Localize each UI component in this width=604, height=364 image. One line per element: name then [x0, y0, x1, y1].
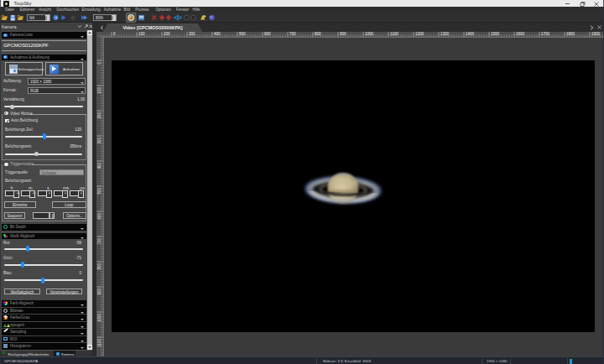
svg-text:500: 500 — [239, 32, 246, 36]
svg-text:300: 300 — [189, 32, 195, 36]
svg-text:1700: 1700 — [541, 32, 550, 36]
svg-text:900: 900 — [97, 289, 102, 295]
svg-text:200: 200 — [164, 32, 170, 36]
svg-text:500: 500 — [97, 188, 102, 195]
svg-text:1900: 1900 — [591, 32, 601, 36]
svg-text:100: 100 — [97, 87, 102, 94]
svg-text:300: 300 — [97, 138, 102, 144]
svg-text:1100: 1100 — [390, 32, 398, 36]
svg-text:1600: 1600 — [516, 32, 525, 36]
svg-text:200: 200 — [97, 112, 102, 119]
svg-text:1300: 1300 — [440, 32, 450, 36]
svg-text:600: 600 — [97, 213, 102, 220]
svg-text:1800: 1800 — [566, 32, 575, 36]
svg-text:900: 900 — [340, 32, 346, 36]
svg-text:400: 400 — [214, 32, 221, 36]
svg-text:400: 400 — [97, 163, 102, 169]
svg-text:1400: 1400 — [466, 32, 475, 36]
svg-text:0: 0 — [97, 62, 102, 65]
svg-text:1100: 1100 — [97, 339, 102, 347]
svg-text:100: 100 — [138, 32, 145, 36]
svg-text:800: 800 — [315, 32, 321, 36]
svg-text:1200: 1200 — [415, 32, 424, 36]
svg-text:600: 600 — [264, 32, 271, 36]
svg-text:1000: 1000 — [97, 314, 102, 323]
svg-text:700: 700 — [97, 238, 102, 245]
svg-text:800: 800 — [97, 263, 102, 270]
svg-text:700: 700 — [289, 32, 296, 36]
svg-text:0: 0 — [113, 32, 116, 36]
svg-text:1000: 1000 — [365, 32, 374, 36]
svg-text:1500: 1500 — [491, 32, 500, 36]
